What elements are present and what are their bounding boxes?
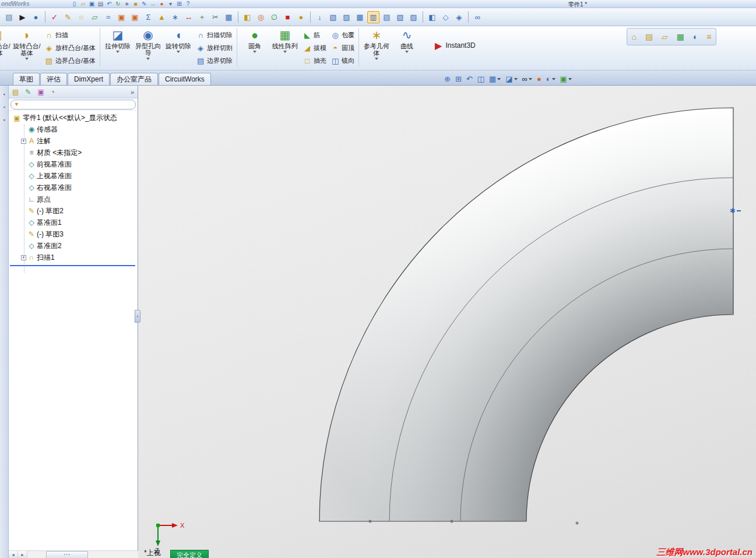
color-swatch-icon[interactable]: ■ bbox=[131, 1, 140, 8]
dropdown-caret[interactable] bbox=[177, 51, 180, 55]
dropdown-caret[interactable] bbox=[146, 58, 150, 62]
toolbar-separator[interactable] bbox=[310, 11, 311, 23]
rebuild-icon[interactable]: ↻ bbox=[114, 1, 122, 8]
toolbar-separator[interactable] bbox=[468, 11, 469, 23]
loft-boss-button[interactable]: ◈ 放样凸台/基体 bbox=[44, 41, 96, 54]
view-bottom-icon[interactable]: ▧ bbox=[394, 11, 406, 23]
tree-item-material[interactable]: ≡ 材质 <未指定> bbox=[9, 147, 138, 158]
view-left-icon[interactable]: ▦ bbox=[354, 11, 366, 23]
view-palette-icon[interactable]: ▦ bbox=[677, 32, 684, 41]
help-icon[interactable]: ? bbox=[184, 1, 192, 8]
scroll-thumb[interactable] bbox=[46, 551, 88, 558]
tree-item-front-plane[interactable]: ◇ 前视基准面 bbox=[9, 158, 138, 170]
dropdown-caret-icon[interactable]: ▾ bbox=[166, 1, 175, 8]
tree-item-right-plane[interactable]: ◇ 右视基准面 bbox=[9, 182, 138, 193]
shaded-view-icon[interactable]: ◧ bbox=[426, 11, 438, 23]
model-pipe-elbow[interactable] bbox=[138, 86, 756, 558]
circle-tool-icon[interactable]: ◎ bbox=[255, 11, 267, 23]
tree-filter-input[interactable] bbox=[21, 101, 132, 108]
document-properties-icon[interactable]: ▤ bbox=[3, 11, 15, 23]
rollback-bar[interactable] bbox=[10, 265, 135, 266]
dropdown-caret[interactable] bbox=[405, 51, 409, 55]
propertymanager-tab-icon[interactable]: ✎ bbox=[25, 88, 31, 96]
expand-toggle[interactable] bbox=[21, 185, 26, 190]
toolbar-handle-icon[interactable]: ▪ bbox=[3, 117, 5, 123]
panel-chevron[interactable]: » bbox=[131, 89, 134, 96]
print-icon[interactable]: ▤ bbox=[96, 1, 105, 8]
zoom-area-icon[interactable]: ⊞ bbox=[455, 75, 462, 83]
apply-scene-icon[interactable]: ◐ bbox=[546, 75, 555, 83]
tree-item-sketch2[interactable]: ✎ (-) 草图2 bbox=[9, 205, 138, 217]
dome-button[interactable]: ◓ 圆顶 bbox=[330, 41, 354, 54]
curves-button[interactable]: ∿ 曲线 bbox=[392, 28, 422, 66]
extruded-cut-button[interactable]: ◪ 拉伸切除 bbox=[103, 28, 133, 66]
design-library-icon[interactable]: ▤ bbox=[645, 32, 653, 41]
tree-item-plane2[interactable]: ◇ 基准面2 bbox=[9, 240, 138, 252]
file-explorer-icon[interactable]: ▱ bbox=[662, 32, 668, 41]
datum-check-icon[interactable]: ▣ bbox=[115, 11, 128, 23]
tree-item-annotations[interactable]: + A 注解 bbox=[9, 135, 138, 147]
tree-item-sweep1[interactable]: + ∩ 扫描1 bbox=[9, 252, 138, 263]
note-icon[interactable]: ✎ bbox=[62, 11, 74, 23]
save-icon[interactable]: ▣ bbox=[87, 1, 96, 8]
revolve-boss-button[interactable]: ◗ 旋转凸台/基体 bbox=[12, 28, 42, 66]
toolbar-separator[interactable] bbox=[238, 11, 238, 23]
section-view-icon[interactable]: ◫ bbox=[477, 75, 484, 83]
tab-office-products[interactable]: 办公室产品 bbox=[110, 73, 158, 85]
sketch-mini-icon[interactable]: ✎ bbox=[140, 1, 149, 8]
sweep-button[interactable]: ∩ 扫描 bbox=[44, 29, 96, 41]
linear-pattern-button[interactable]: ▦ 线性阵列 bbox=[270, 28, 300, 66]
warning-triangle-icon[interactable]: ▲ bbox=[156, 11, 168, 23]
centerline-icon[interactable]: ∗ bbox=[169, 11, 181, 23]
expand-toggle[interactable] bbox=[21, 209, 26, 214]
shell-button[interactable]: □ 抽壳 bbox=[302, 54, 326, 67]
configurations-tab-icon[interactable]: ▣ bbox=[37, 88, 44, 96]
toolbar-separator[interactable] bbox=[45, 11, 45, 23]
scroll-left-button[interactable]: ◄ bbox=[9, 551, 18, 558]
view-settings-icon[interactable]: ▣ bbox=[560, 75, 572, 83]
link-icon[interactable]: ∞ bbox=[472, 11, 484, 23]
view-top-icon[interactable]: ▤ bbox=[381, 11, 393, 23]
tab-circuitworks[interactable]: CircuitWorks bbox=[159, 73, 211, 85]
tree-item-plane1[interactable]: ◇ 基准面1 bbox=[9, 217, 138, 228]
appearance-mini-icon[interactable]: ● bbox=[157, 1, 166, 8]
tree-item-sensors[interactable]: ◉ 传感器 bbox=[9, 123, 138, 135]
dropdown-caret[interactable] bbox=[375, 58, 378, 62]
undo-icon[interactable]: ↶ bbox=[105, 1, 114, 8]
display-style-icon[interactable]: ◪ bbox=[505, 75, 517, 83]
quick-snaps-icon[interactable]: ▪ bbox=[3, 91, 5, 97]
insert-part-icon[interactable]: ◧ bbox=[241, 11, 254, 23]
no-preview-icon[interactable]: ∅ bbox=[268, 11, 280, 23]
selection-filter-icon[interactable]: ▪ bbox=[3, 104, 5, 110]
dropdown-caret[interactable] bbox=[283, 51, 287, 55]
open-icon[interactable]: ▱ bbox=[79, 1, 87, 8]
expand-toggle[interactable] bbox=[21, 197, 26, 202]
swept-cut-button[interactable]: ∩ 扫描切除 bbox=[195, 29, 233, 41]
boundary-boss-button[interactable]: ▤ 边界凸台/基体 bbox=[44, 54, 96, 67]
expand-toggle[interactable] bbox=[21, 220, 26, 225]
appearance-sphere-icon[interactable]: ● bbox=[30, 11, 42, 23]
panel-splitter-handle[interactable]: ‹ bbox=[135, 310, 140, 323]
sketch-point[interactable] bbox=[576, 522, 579, 525]
selection-marker[interactable]: ∗ bbox=[729, 206, 741, 215]
reference-geometry-button[interactable]: ∗ 参考几何体 bbox=[361, 28, 392, 66]
lofted-cut-button[interactable]: ◈ 放样切割 bbox=[195, 41, 233, 54]
hole-wizard-button[interactable]: ◉ 异型孔向导 bbox=[133, 28, 163, 66]
expand-toggle[interactable] bbox=[21, 174, 26, 179]
mirror-button[interactable]: ◫ 镜向 bbox=[330, 54, 354, 67]
custom-properties-icon[interactable]: ≡ bbox=[706, 32, 711, 41]
datum-target-icon[interactable]: ▱ bbox=[89, 11, 101, 23]
boundary-cut-button[interactable]: ▤ 边界切除 bbox=[195, 54, 233, 67]
tree-horizontal-scrollbar[interactable]: ◄ ► bbox=[9, 550, 138, 558]
options-icon[interactable]: ∗ bbox=[122, 1, 131, 8]
view-front-icon[interactable]: ▧ bbox=[327, 11, 339, 23]
tree-item-top-plane[interactable]: ◇ 上视基准面 bbox=[9, 170, 138, 182]
toolbar-separator[interactable] bbox=[423, 11, 423, 23]
dropdown-caret[interactable] bbox=[25, 58, 29, 62]
import-icon[interactable]: ↓ bbox=[314, 11, 326, 23]
hide-show-items-icon[interactable]: ∞ bbox=[522, 75, 532, 83]
zoom-fit-icon[interactable]: ⊕ bbox=[444, 75, 451, 83]
expand-toggle[interactable]: + bbox=[21, 255, 26, 260]
previous-view-icon[interactable]: ↶ bbox=[466, 75, 473, 83]
dimension-mini-icon[interactable]: ↔ bbox=[149, 1, 157, 8]
